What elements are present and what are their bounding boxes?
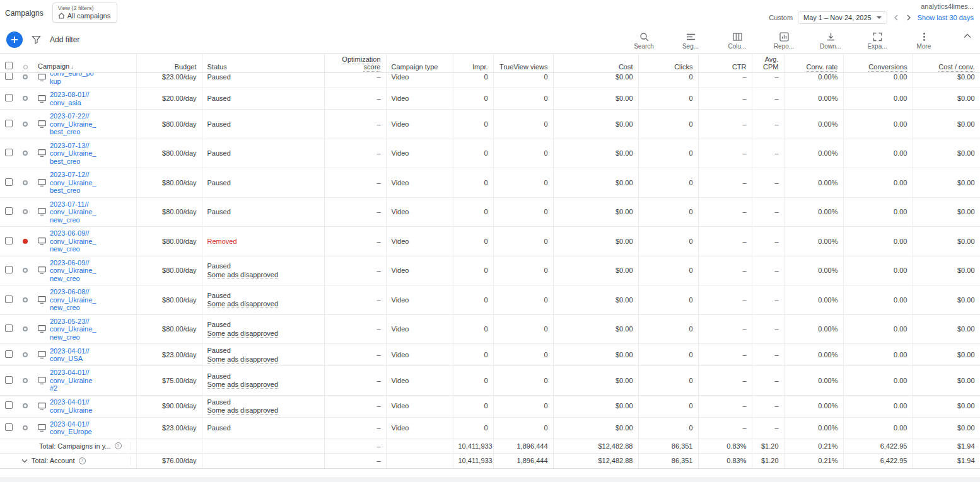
row-checkbox[interactable] (5, 237, 13, 244)
add-campaign-button[interactable] (6, 32, 23, 48)
date-range-select[interactable]: May 1 – Nov 24, 2025 (798, 11, 887, 24)
row-checkbox[interactable] (5, 207, 13, 215)
col-campaign-type[interactable]: Campaign type (386, 54, 453, 73)
date-prev-button[interactable] (892, 14, 900, 21)
status-dot (23, 352, 28, 357)
status-note[interactable]: Some ads disapproved (207, 271, 319, 279)
trueview-views-cell: 0 (493, 314, 553, 344)
campaign-link[interactable]: 2023-06-09// conv_Ukraine_ new_creo (50, 259, 96, 283)
col-status[interactable]: Status (202, 54, 324, 73)
add-filter-button[interactable]: Add filter (50, 35, 79, 44)
view-filter-chip[interactable]: View (2 filters) All campaigns (52, 3, 117, 23)
clicks-cell: 0 (638, 256, 698, 285)
row-checkbox[interactable] (5, 94, 13, 101)
col-conversions[interactable]: Conversions (843, 54, 913, 73)
campaign-link[interactable]: 2023-07-13// conv_Ukraine_ best_creo (50, 142, 96, 166)
col-impressions[interactable]: Impr. (453, 54, 493, 73)
opt-score-cell: – (324, 285, 386, 315)
row-checkbox[interactable] (5, 324, 13, 332)
budget-cell: $80.00/day (136, 168, 202, 198)
show-last-30-days-link[interactable]: Show last 30 days (918, 14, 974, 21)
col-trueview-views[interactable]: TrueView views (493, 54, 553, 73)
search-tool[interactable]: Search (633, 32, 655, 50)
row-checkbox[interactable] (5, 178, 13, 186)
status-cell: Paused Some ads disapproved (202, 366, 324, 396)
more-tool[interactable]: More (913, 32, 935, 50)
budget-cell: $80.00/day (136, 227, 202, 256)
campaign-link[interactable]: 2023-04-01// conv_Ukraine #2 (50, 369, 92, 393)
row-checkbox[interactable] (5, 376, 13, 384)
filter-icon[interactable] (32, 35, 41, 44)
status-dot (23, 297, 28, 302)
ctr-cell: – (698, 256, 752, 285)
row-checkbox[interactable] (5, 149, 13, 156)
conversions-cell: 0.00 (843, 88, 913, 110)
video-campaign-icon (38, 424, 46, 432)
ctr-cell: – (698, 285, 752, 315)
col-cost[interactable]: Cost (553, 54, 638, 73)
segment-tool[interactable]: Seg... (680, 32, 701, 50)
clicks-cell: 0 (638, 227, 698, 256)
help-icon[interactable] (115, 442, 122, 449)
conversions-cell: 0.00 (843, 366, 913, 396)
columns-tool[interactable]: Colu... (726, 32, 748, 50)
status-dot (23, 425, 28, 430)
status-dot (23, 403, 28, 408)
row-checkbox[interactable] (5, 120, 13, 127)
campaign-link[interactable]: 2023-07-22// conv_Ukraine_ best_creo (50, 112, 96, 136)
campaign-link[interactable]: 2023-06-08// conv_Ukraine_ new_creo (50, 288, 96, 312)
campaign-link[interactable]: 2023-04-01// conv_USA (50, 347, 89, 363)
col-conv-rate[interactable]: Conv. rate (784, 54, 843, 73)
help-icon[interactable] (79, 457, 86, 464)
campaign-link[interactable]: 2023-07-11// conv_Ukraine_ new_creo (50, 200, 96, 224)
chevron-down-icon[interactable] (21, 459, 28, 463)
col-avg-cpm[interactable]: Avg. CPM (752, 54, 784, 73)
status-note[interactable]: Some ads disapproved (207, 381, 319, 389)
col-optimization-score[interactable]: Optimization score (324, 54, 386, 73)
status-note[interactable]: Some ads disapproved (207, 330, 319, 338)
col-clicks[interactable]: Clicks (638, 54, 698, 73)
select-all-checkbox[interactable] (5, 62, 13, 69)
total-clicks: 86,351 (638, 439, 698, 454)
status-dot (23, 151, 28, 156)
expand-tool[interactable]: Expa... (866, 32, 888, 50)
campaign-link[interactable]: 2023-04-01// conv_EUrope (50, 420, 92, 436)
row-checkbox[interactable] (5, 296, 13, 303)
row-checkbox[interactable] (5, 73, 13, 80)
campaign-link[interactable]: 2023-04-01// conv_Ukraine (50, 398, 92, 414)
reports-tool[interactable]: Repo... (773, 32, 795, 50)
row-checkbox[interactable] (5, 423, 13, 431)
total-conversions: 6,422.95 (843, 439, 913, 454)
date-next-button[interactable] (905, 14, 913, 21)
impressions-cell: 0 (453, 314, 493, 344)
status-cell: Paused Some ads disapproved (202, 314, 324, 344)
col-budget[interactable]: Budget (136, 54, 202, 73)
table-row: 2023-07-11// conv_Ukraine_ new_creo $80.… (0, 197, 980, 227)
status-note[interactable]: Some ads disapproved (207, 300, 319, 308)
status-note[interactable]: Some ads disapproved (207, 406, 319, 415)
campaign-type-cell: Video (386, 197, 453, 227)
row-checkbox[interactable] (5, 350, 13, 358)
row-checkbox[interactable] (5, 266, 13, 273)
total-campaigns-row: Total: Campaigns in y... – 10,411,933 1,… (0, 439, 980, 454)
clicks-cell: 0 (638, 417, 698, 439)
conv-rate-cell: 0.00% (784, 417, 843, 439)
status-cell: Paused (202, 168, 324, 198)
status-note[interactable]: Some ads disapproved (207, 355, 319, 364)
cost-cell: $0.00 (553, 344, 638, 366)
col-cost-per-conv[interactable]: Cost / conv. (913, 54, 980, 73)
row-checkbox[interactable] (5, 401, 13, 409)
campaign-link[interactable]: 2023-08-01// conv_asia (50, 91, 89, 106)
conversions-cell: 0.00 (843, 110, 913, 139)
campaign-link[interactable]: 2023-06-09// conv_Ukraine_ new_creo (50, 229, 96, 253)
campaign-link[interactable]: 2023-07-12// conv_Ukraine_ best_creo (50, 171, 96, 195)
campaign-type-cell: Video (386, 344, 453, 366)
campaign-table-body: conv_euro_po kup $23.00/day Paused – Vid… (0, 73, 980, 469)
campaign-link[interactable]: 2023-05-23// conv_Ukraine_ new_creo (50, 318, 96, 341)
collapse-toolbar-icon[interactable] (964, 32, 971, 38)
col-campaign[interactable]: Campaign↓ (33, 54, 136, 73)
campaign-link[interactable]: conv_euro_po kup (50, 73, 94, 85)
clicks-cell: 0 (638, 139, 698, 168)
download-tool[interactable]: Down... (820, 32, 841, 50)
col-ctr[interactable]: CTR (698, 54, 752, 73)
